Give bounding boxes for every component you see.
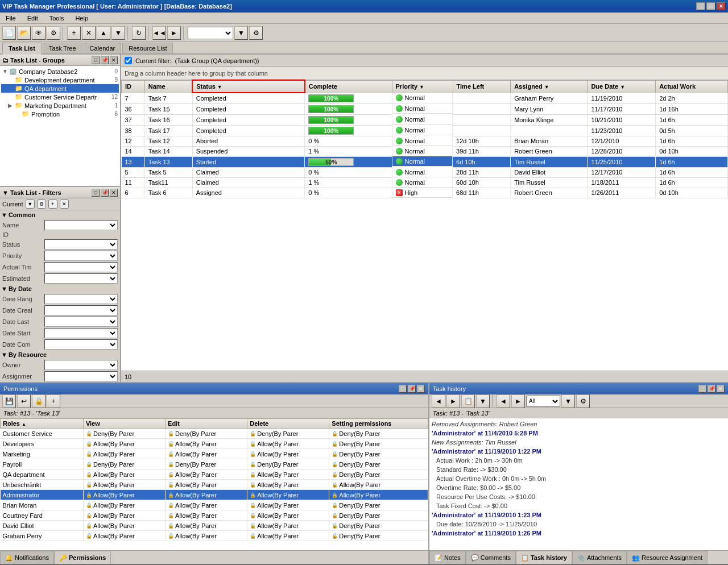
perm-icon-1[interactable]: □ bbox=[399, 385, 407, 393]
filter-settings-btn[interactable]: ⚙ bbox=[37, 200, 46, 209]
table-row[interactable]: 5Task 5Claimed0 %Normal28d 11hDavid Elli… bbox=[122, 167, 728, 177]
filter-owner-combo[interactable] bbox=[44, 360, 118, 370]
col-header-complete[interactable]: Complete bbox=[305, 80, 392, 93]
perm-cell-delete[interactable]: 🔒Allow(By Parer bbox=[247, 500, 329, 510]
perm-cell-delete[interactable]: 🔒Allow(By Parer bbox=[247, 470, 329, 480]
perm-cell-delete[interactable]: 🔒Allow(By Parer bbox=[247, 490, 329, 500]
history-settings-btn[interactable]: ⚙ bbox=[576, 394, 590, 408]
history-btn5[interactable]: ◄ bbox=[497, 394, 510, 408]
history-btn6[interactable]: ► bbox=[511, 394, 525, 408]
filter-name-combo[interactable] bbox=[44, 220, 118, 230]
perm-cell-edit[interactable]: 🔒Allow(By Parer bbox=[166, 480, 247, 490]
tab-resource-list[interactable]: Resource List bbox=[122, 43, 173, 53]
perm-col-delete[interactable]: Delete bbox=[247, 419, 329, 429]
table-row[interactable]: 6Task 6Assigned0 %✕High68d 11hRobert Gre… bbox=[122, 188, 728, 198]
filter-datestart-combo[interactable] bbox=[44, 328, 118, 338]
priority-filter-icon[interactable]: ▼ bbox=[419, 84, 424, 90]
history-btn2[interactable]: ► bbox=[446, 394, 460, 408]
history-btn4[interactable]: ▼ bbox=[476, 394, 490, 408]
filter-actualtime-combo[interactable] bbox=[44, 262, 118, 272]
filter-datecomplete-combo[interactable] bbox=[44, 339, 118, 350]
perm-cell-edit[interactable]: 🔒Allow(By Parer bbox=[166, 470, 247, 480]
history-icon-2[interactable]: 📌 bbox=[708, 385, 715, 393]
perm-cell-delete[interactable]: 🔒Allow(By Parer bbox=[247, 521, 329, 531]
table-row[interactable]: 7Task 7Completed100%NormalGraham Perry11… bbox=[122, 93, 728, 103]
perm-cell-view[interactable]: 🔒Allow(By Parer bbox=[83, 449, 165, 459]
col-header-name[interactable]: Name bbox=[144, 80, 192, 93]
perm-cell-view[interactable]: 🔒Deny(By Parer bbox=[83, 429, 165, 439]
menu-file[interactable]: File bbox=[2, 14, 19, 23]
table-row[interactable]: 38Task 17Completed100%Normal11/23/20100d… bbox=[122, 125, 728, 136]
tb-filter-button[interactable]: ▼ bbox=[234, 26, 248, 40]
tab-attachments[interactable]: 📎 Attachments bbox=[572, 551, 627, 564]
toolbar-combo[interactable] bbox=[188, 27, 233, 39]
table-row[interactable]: 36Task 15Completed100%NormalMary Lynn11/… bbox=[122, 103, 728, 114]
task-table-container[interactable]: ID Name Status ▼ Complete Priority ▼ Tim… bbox=[121, 80, 728, 371]
menu-edit[interactable]: Edit bbox=[24, 14, 42, 23]
tb-settings-button[interactable]: ⚙ bbox=[249, 26, 263, 40]
tab-notes[interactable]: 📝 Notes bbox=[429, 551, 466, 564]
tb-down-button[interactable]: ▼ bbox=[111, 26, 125, 40]
perm-cell-settings[interactable]: 🔒Deny(By Parer bbox=[329, 521, 428, 531]
tab-task-history[interactable]: 📋 Task history bbox=[516, 551, 572, 564]
perm-icon-2[interactable]: 📌 bbox=[408, 385, 416, 393]
history-icon-1[interactable]: □ bbox=[698, 385, 706, 393]
filter-clear-btn[interactable]: ✕ bbox=[60, 200, 69, 209]
tb-up-button[interactable]: ▲ bbox=[97, 26, 110, 40]
table-row[interactable]: 11Task11Claimed1 %Normal60d 10hTim Russe… bbox=[122, 177, 728, 188]
filter-byresource-header[interactable]: ▼ By Resource bbox=[0, 350, 120, 359]
assigned-filter-icon[interactable]: ▼ bbox=[544, 84, 549, 90]
panel-icon-2[interactable]: 📌 bbox=[101, 56, 109, 64]
tb-eye-button[interactable]: 👁 bbox=[32, 26, 46, 40]
perm-cell-settings[interactable]: 🔒Deny(By Parer bbox=[329, 531, 428, 541]
status-filter-icon[interactable]: ▼ bbox=[217, 84, 222, 90]
tree-item-development[interactable]: 📁 Development department 9 bbox=[1, 76, 119, 84]
perm-cell-delete[interactable]: 🔒Allow(By Parer bbox=[247, 439, 329, 449]
perm-row[interactable]: Courtney Fard🔒Allow(By Parer🔒Allow(By Pa… bbox=[1, 510, 428, 521]
menu-tools[interactable]: Tools bbox=[46, 14, 68, 23]
perm-row[interactable]: QA department🔒Allow(By Parer🔒Allow(By Pa… bbox=[1, 470, 428, 480]
perm-cell-settings[interactable]: 🔒Deny(By Parer bbox=[329, 510, 428, 521]
perm-cell-edit[interactable]: 🔒Allow(By Parer bbox=[166, 531, 247, 541]
filter-icon-1[interactable]: □ bbox=[92, 189, 100, 197]
tb-refresh-button[interactable]: ⚙ bbox=[47, 26, 60, 40]
perm-cell-edit[interactable]: 🔒Allow(By Parer bbox=[166, 439, 247, 449]
filter-dropdown-btn[interactable]: ▼ bbox=[26, 200, 35, 209]
perm-cell-delete[interactable]: 🔒Deny(By Parer bbox=[247, 429, 329, 439]
perm-row[interactable]: Unbeschränkt🔒Allow(By Parer🔒Allow(By Par… bbox=[1, 480, 428, 490]
tb-new-button[interactable]: 📄 bbox=[2, 26, 16, 40]
perm-save-btn[interactable]: 💾 bbox=[2, 394, 16, 408]
table-row[interactable]: 13Task 13Started50%Normal6d 10hTim Russe… bbox=[122, 156, 728, 167]
tb-sync-button[interactable]: ↻ bbox=[132, 26, 146, 40]
col-header-timeleft[interactable]: Time Left bbox=[453, 80, 511, 93]
tb-open-button[interactable]: 📂 bbox=[17, 26, 31, 40]
history-filter-select[interactable]: All bbox=[526, 396, 560, 407]
filter-bydate-header[interactable]: ▼ By Date bbox=[0, 284, 120, 293]
tree-expand-marketing[interactable]: ▶ bbox=[8, 102, 15, 109]
tree[interactable]: ▼ 🏢 Company Database2 0 📁 Development de… bbox=[0, 66, 120, 186]
perm-cell-delete[interactable]: 🔒Allow(By Parer bbox=[247, 480, 329, 490]
history-btn3[interactable]: 📋 bbox=[461, 394, 475, 408]
tab-resource-assignment[interactable]: 👥 Resource Assignment bbox=[627, 551, 708, 564]
perm-col-settings[interactable]: Setting permissions bbox=[329, 419, 428, 429]
col-header-duedate[interactable]: Due Date ▼ bbox=[588, 80, 656, 93]
perm-cell-view[interactable]: 🔒Allow(By Parer bbox=[83, 531, 165, 541]
perm-cell-view[interactable]: 🔒Allow(By Parer bbox=[83, 480, 165, 490]
tb-next-button[interactable]: ► bbox=[167, 26, 181, 40]
perm-cell-edit[interactable]: 🔒Allow(By Parer bbox=[166, 490, 247, 500]
maximize-button[interactable]: □ bbox=[706, 2, 715, 10]
menu-help[interactable]: Help bbox=[72, 14, 92, 23]
tb-prev-button[interactable]: ◄◄ bbox=[152, 26, 166, 40]
perm-cell-view[interactable]: 🔒Allow(By Parer bbox=[83, 521, 165, 531]
filter-daterange-combo[interactable] bbox=[44, 294, 118, 304]
perm-row[interactable]: Customer Service🔒Deny(By Parer🔒Deny(By P… bbox=[1, 429, 428, 439]
history-btn1[interactable]: ◄ bbox=[432, 394, 445, 408]
perm-cell-view[interactable]: 🔒Allow(By Parer bbox=[83, 439, 165, 449]
perm-row[interactable]: Graham Perry🔒Allow(By Parer🔒Allow(By Par… bbox=[1, 531, 428, 541]
perm-row[interactable]: Payroll🔒Deny(By Parer🔒Deny(By Parer🔒Deny… bbox=[1, 459, 428, 470]
perm-cell-delete[interactable]: 🔒Deny(By Parer bbox=[247, 459, 329, 470]
perm-add-btn[interactable]: + bbox=[47, 394, 60, 408]
perm-cell-delete[interactable]: 🔒Allow(By Parer bbox=[247, 531, 329, 541]
perm-row[interactable]: Brian Moran🔒Allow(By Parer🔒Allow(By Pare… bbox=[1, 500, 428, 510]
perm-cell-settings[interactable]: 🔒Deny(By Parer bbox=[329, 429, 428, 439]
